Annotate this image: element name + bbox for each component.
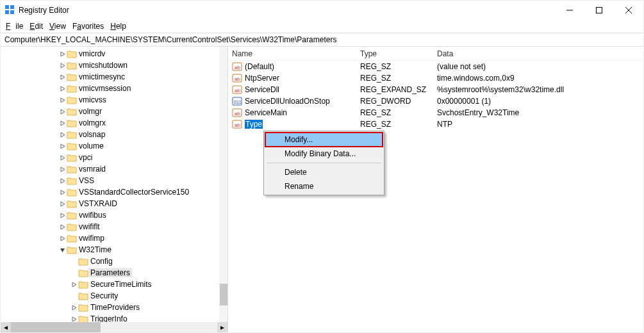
- chevron-right-icon[interactable]: [58, 131, 67, 139]
- ctx-delete[interactable]: Delete: [265, 165, 383, 179]
- chevron-right-icon[interactable]: [58, 50, 67, 58]
- tree-item-label: volume: [77, 142, 106, 150]
- value-name: ServiceDllUnloadOnStop: [245, 97, 330, 106]
- value-data: time.windows.com,0x9: [433, 74, 643, 83]
- tree-item[interactable]: Security: [1, 290, 227, 302]
- menu-edit[interactable]: Edit: [27, 21, 45, 31]
- folder-icon: [67, 211, 77, 220]
- tree-item[interactable]: VSStandardCollectorService150: [1, 186, 227, 198]
- menu-favorites[interactable]: Favorites: [70, 21, 106, 31]
- list-row[interactable]: abNtpServerREG_SZtime.windows.com,0x9: [228, 72, 643, 84]
- tree-item[interactable]: volume: [1, 140, 227, 152]
- address-text: Computer\HKEY_LOCAL_MACHINE\SYSTEM\Curre…: [4, 35, 336, 44]
- tree-item-label: vwifimp: [77, 234, 106, 243]
- close-button[interactable]: [614, 1, 643, 20]
- scroll-thumb[interactable]: [11, 322, 101, 332]
- scroll-left-icon[interactable]: ◂: [1, 322, 11, 332]
- tree-item[interactable]: vmicvss: [1, 94, 227, 106]
- chevron-right-icon[interactable]: [58, 177, 67, 185]
- key-tree[interactable]: vmicrdvvmicshutdownvmictimesyncvmicvmses…: [1, 47, 228, 332]
- tree-item[interactable]: vmicvmsession: [1, 83, 227, 94]
- folder-icon: [67, 234, 77, 243]
- tree-item[interactable]: volmgr: [1, 106, 227, 117]
- list-row[interactable]: abServiceDllREG_EXPAND_SZ%systemroot%\sy…: [228, 84, 643, 95]
- svg-text:ab: ab: [235, 111, 240, 117]
- tree-item-label: W32Time: [77, 245, 113, 254]
- tree-item[interactable]: vwifibus: [1, 209, 227, 221]
- col-data[interactable]: Data: [433, 49, 643, 58]
- tree-item[interactable]: vmicshutdown: [1, 60, 227, 71]
- list-row[interactable]: abTypeREG_SZNTP: [228, 118, 643, 130]
- tree-item[interactable]: vmictimesync: [1, 71, 227, 83]
- chevron-right-icon[interactable]: [58, 211, 67, 220]
- svg-rect-2: [5, 10, 9, 14]
- maximize-button[interactable]: [584, 1, 614, 20]
- list-row[interactable]: abServiceMainREG_SZSvchostEntry_W32Time: [228, 107, 643, 118]
- tree-item-label: VSS: [77, 176, 96, 185]
- chevron-right-icon[interactable]: [58, 188, 67, 197]
- chevron-right-icon[interactable]: [58, 73, 67, 81]
- tree-item[interactable]: volmgrx: [1, 117, 227, 129]
- svg-text:ab: ab: [235, 88, 240, 93]
- chevron-right-icon[interactable]: [58, 165, 67, 174]
- folder-icon: [67, 200, 77, 208]
- col-name[interactable]: Name: [228, 49, 356, 58]
- address-bar[interactable]: Computer\HKEY_LOCAL_MACHINE\SYSTEM\Curre…: [1, 33, 643, 47]
- value-name: NtpServer: [245, 74, 279, 83]
- chevron-right-icon[interactable]: [58, 200, 67, 208]
- menu-view[interactable]: View: [47, 21, 69, 31]
- tree-item[interactable]: vwifimp: [1, 232, 227, 244]
- folder-icon: [67, 73, 77, 81]
- ctx-modify-binary[interactable]: Modify Binary Data...: [265, 147, 383, 161]
- chevron-right-icon[interactable]: [70, 280, 78, 289]
- tree-item[interactable]: vpci: [1, 152, 227, 163]
- value-name: ServiceMain: [245, 108, 287, 117]
- chevron-right-icon[interactable]: [58, 154, 67, 162]
- string-value-icon: ab: [232, 108, 242, 118]
- chevron-right-icon[interactable]: [58, 85, 67, 93]
- tree-item[interactable]: W32Time: [1, 244, 227, 256]
- chevron-right-icon[interactable]: [58, 96, 67, 104]
- tree-item[interactable]: VSTXRAID: [1, 198, 227, 209]
- tree-item[interactable]: TimeProviders: [1, 302, 227, 313]
- ctx-rename[interactable]: Rename: [265, 179, 383, 193]
- tree-item-label: volmgr: [77, 107, 104, 116]
- tree-item-label: SecureTimeLimits: [88, 280, 154, 289]
- chevron-down-icon[interactable]: [58, 246, 67, 254]
- chevron-right-icon[interactable]: [58, 119, 67, 127]
- folder-icon: [67, 177, 77, 185]
- list-row[interactable]: ab(Default)REG_SZ(value not set): [228, 61, 643, 72]
- ctx-modify[interactable]: Modify...: [265, 133, 383, 147]
- menu-file[interactable]: File: [3, 21, 26, 31]
- folder-icon: [67, 119, 77, 127]
- menu-help[interactable]: Help: [108, 21, 129, 31]
- col-type[interactable]: Type: [356, 49, 433, 58]
- folder-icon: [67, 246, 77, 254]
- chevron-right-icon[interactable]: [58, 223, 67, 231]
- tree-item[interactable]: VSS: [1, 175, 227, 186]
- tree-item[interactable]: SecureTimeLimits: [1, 279, 227, 290]
- list-row[interactable]: 011ServiceDllUnloadOnStopREG_DWORD0x0000…: [228, 95, 643, 107]
- scroll-right-icon[interactable]: ▸: [217, 322, 227, 332]
- list-header[interactable]: Name Type Data: [228, 47, 643, 61]
- tree-item[interactable]: Config: [1, 256, 227, 267]
- tree-horizontal-scrollbar[interactable]: ◂ ▸: [1, 322, 227, 332]
- tree-item[interactable]: volsnap: [1, 129, 227, 140]
- chevron-right-icon[interactable]: [58, 142, 67, 150]
- chevron-right-icon[interactable]: [58, 234, 67, 243]
- folder-icon: [67, 142, 77, 150]
- tree-item[interactable]: Parameters: [1, 267, 227, 279]
- chevron-right-icon[interactable]: [58, 108, 67, 116]
- tree-item[interactable]: vwififlt: [1, 221, 227, 232]
- tree-item[interactable]: vsmraid: [1, 163, 227, 175]
- tree-item[interactable]: vmicrdv: [1, 48, 227, 60]
- chevron-right-icon[interactable]: [70, 304, 78, 312]
- minimize-button[interactable]: [555, 1, 584, 20]
- folder-icon: [67, 85, 77, 93]
- tree-vertical-scrollbar[interactable]: [219, 47, 227, 322]
- tree-item-label: VSTXRAID: [77, 199, 119, 208]
- string-value-icon: ab: [232, 119, 242, 129]
- string-value-icon: ab: [232, 61, 242, 72]
- folder-icon: [67, 188, 77, 197]
- chevron-right-icon[interactable]: [58, 61, 67, 70]
